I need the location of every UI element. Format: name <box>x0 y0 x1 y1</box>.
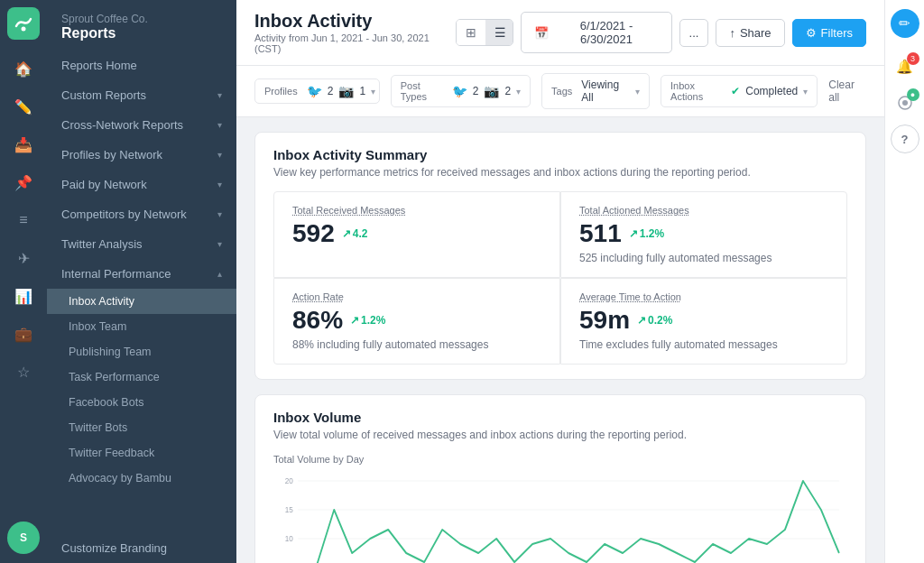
feeds-icon[interactable]: ≡ <box>7 204 40 236</box>
icon-sidebar: 🏠 ✏️ 📥 📌 ≡ ✈ 📊 💼 ☆ S <box>0 0 47 563</box>
sidebar-item-reports-home[interactable]: Reports Home <box>47 51 236 80</box>
metric-subtext: 525 including fully automated messages <box>579 252 828 264</box>
metric-change: 4.2 <box>342 227 368 240</box>
view-toggle: ⊞ ☰ <box>456 19 514 46</box>
twitter-icon: 🐦 <box>307 84 322 98</box>
sidebar-item-profiles-by-network[interactable]: Profiles by Network ▾ <box>47 140 236 170</box>
chevron-down-icon: ▾ <box>217 150 222 160</box>
home-icon[interactable]: 🏠 <box>7 52 40 85</box>
chevron-down-icon: ▾ <box>217 239 222 249</box>
svg-text:20: 20 <box>285 476 293 485</box>
write-button[interactable]: ✏ <box>891 9 919 38</box>
svg-point-0 <box>22 27 26 32</box>
metric-label: Total Actioned Messages <box>579 205 828 216</box>
plan-button[interactable]: ● <box>891 88 919 117</box>
date-range-button[interactable]: 📅 6/1/2021 - 6/30/2021 <box>521 12 671 53</box>
sidebar-item-twitter-analysis[interactable]: Twitter Analysis ▾ <box>47 229 236 259</box>
profiles-filter[interactable]: Profiles 🐦 2 📷 1 ▾ <box>254 78 380 104</box>
top-bar: Inbox Activity Activity from Jun 1, 2021… <box>236 0 884 66</box>
analytics-icon[interactable]: 📊 <box>7 280 40 312</box>
user-avatar[interactable]: S <box>7 521 40 554</box>
check-icon: ✔ <box>731 85 740 97</box>
volume-title: Inbox Volume <box>273 410 847 425</box>
chart-label: Total Volume by Day <box>273 454 847 465</box>
toolbar-actions: ⊞ ☰ 📅 6/1/2021 - 6/30/2021 ... ↑ Share ⚙… <box>456 12 866 53</box>
volume-card: Inbox Volume View total volume of receiv… <box>254 394 866 563</box>
filters-button[interactable]: ⚙ Filters <box>792 19 866 47</box>
chevron-up-icon: ▴ <box>217 269 222 279</box>
sidebar-item-competitors-by-network[interactable]: Competitors by Network ▾ <box>47 199 236 229</box>
sidebar-item-advocacy[interactable]: Advocacy by Bambu <box>47 466 236 491</box>
svg-text:10: 10 <box>285 534 293 543</box>
app-logo[interactable] <box>7 7 40 40</box>
summary-grid: Total Received Messages 592 4.2 Total Ac… <box>273 191 847 365</box>
sidebar-item-twitter-feedback[interactable]: Twitter Feedback <box>47 440 236 466</box>
content-area: Inbox Activity Summary View key performa… <box>236 117 884 563</box>
metric-total-received: Total Received Messages 592 4.2 <box>273 191 560 278</box>
right-sidebar: ✏ 🔔 3 ● ? <box>884 0 924 563</box>
sidebar-item-cross-network[interactable]: Cross-Network Reports ▾ <box>47 110 236 140</box>
nav-sidebar: Sprout Coffee Co. Reports Reports Home C… <box>47 0 236 563</box>
sidebar-item-custom-reports[interactable]: Custom Reports ▾ <box>47 80 236 110</box>
metric-value: 592 4.2 <box>292 219 541 248</box>
metric-value: 86% 1.2% <box>292 306 541 335</box>
grid-view-button[interactable]: ⊞ <box>457 20 485 45</box>
post-types-filter[interactable]: Post Types 🐦 2 📷 2 ▾ <box>391 75 531 107</box>
twitter-icon: 🐦 <box>452 84 467 98</box>
metric-value: 511 1.2% <box>579 219 828 248</box>
help-button[interactable]: ? <box>891 125 919 153</box>
sidebar-item-internal-performance[interactable]: Internal Performance ▴ <box>47 259 236 289</box>
metric-change: 1.2% <box>350 314 385 327</box>
brand-area: Sprout Coffee Co. Reports <box>47 0 236 51</box>
share-icon: ↑ <box>729 26 735 40</box>
publishing-icon[interactable]: ✈ <box>7 242 40 274</box>
metric-action-rate: Action Rate 86% 1.2% 88% including fully… <box>273 278 560 365</box>
sidebar-item-facebook-bots[interactable]: Facebook Bots <box>47 390 236 415</box>
chevron-down-icon: ▾ <box>516 87 521 97</box>
calendar-icon: 📅 <box>534 26 549 40</box>
metric-avg-time: Average Time to Action 59m 0.2% Time exc… <box>560 278 847 365</box>
metric-label: Total Received Messages <box>292 205 541 216</box>
clear-all-button[interactable]: Clear all <box>828 78 866 104</box>
inbox-icon[interactable]: 📥 <box>7 128 40 161</box>
compose-icon[interactable]: ✏️ <box>7 90 40 123</box>
volume-subtitle: View total volume of received messages a… <box>273 429 847 441</box>
sidebar-item-twitter-bots[interactable]: Twitter Bots <box>47 415 236 440</box>
svg-text:15: 15 <box>285 505 293 514</box>
more-button[interactable]: ... <box>679 19 709 47</box>
page-subtitle: Activity from Jun 1, 2021 - Jun 30, 2021… <box>254 32 456 54</box>
bell-button[interactable]: 🔔 3 <box>891 52 919 81</box>
metric-label: Average Time to Action <box>579 291 828 302</box>
customize-branding[interactable]: Customize Branding <box>47 533 236 563</box>
metric-subtext: 88% including fully automated messages <box>292 338 541 351</box>
listening-icon[interactable]: 💼 <box>7 318 40 350</box>
sidebar-item-task-performance[interactable]: Task Performance <box>47 365 236 390</box>
metric-value: 59m 0.2% <box>579 306 828 335</box>
section-title: Reports <box>61 25 222 42</box>
chevron-down-icon: ▾ <box>217 180 222 189</box>
sidebar-item-paid-by-network[interactable]: Paid by Network ▾ <box>47 170 236 199</box>
metric-subtext: Time excludes fully automated messages <box>579 338 828 351</box>
line-chart: 20 15 10 5 0 1 2 3 4 5 6 7 <box>273 472 847 563</box>
sidebar-item-inbox-activity[interactable]: Inbox Activity <box>47 289 236 314</box>
main-content: Inbox Activity Activity from Jun 1, 2021… <box>236 0 884 563</box>
sidebar-item-inbox-team[interactable]: Inbox Team <box>47 314 236 339</box>
company-name: Sprout Coffee Co. <box>61 13 222 25</box>
metric-change: 0.2% <box>637 314 672 327</box>
sidebar-item-publishing-team[interactable]: Publishing Team <box>47 339 236 365</box>
nav-group-main: Reports Home Custom Reports ▾ Cross-Netw… <box>47 51 236 491</box>
active-badge: ● <box>907 88 919 101</box>
metric-change: 1.2% <box>629 227 664 240</box>
svg-point-43 <box>902 100 908 106</box>
chevron-down-icon: ▾ <box>803 87 808 97</box>
starred-icon[interactable]: ☆ <box>7 355 40 388</box>
instagram-icon: 📷 <box>338 84 354 98</box>
share-button[interactable]: ↑ Share <box>716 19 784 47</box>
metric-total-actioned: Total Actioned Messages 511 1.2% 525 inc… <box>560 191 847 278</box>
list-view-button[interactable]: ☰ <box>485 20 514 45</box>
inbox-actions-filter[interactable]: Inbox Actions ✔ Completed ▾ <box>661 75 818 107</box>
tasks-icon[interactable]: 📌 <box>7 166 40 198</box>
tags-filter[interactable]: Tags Viewing All ▾ <box>541 73 650 109</box>
instagram-icon: 📷 <box>484 84 499 98</box>
filter-icon: ⚙ <box>806 26 817 40</box>
